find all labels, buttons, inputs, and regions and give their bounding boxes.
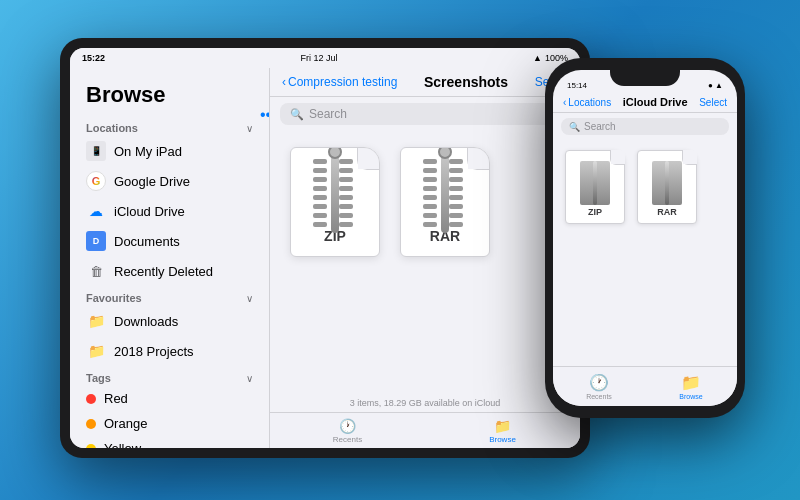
google-drive-label: Google Drive (114, 174, 190, 189)
back-button[interactable]: ‹ Compression testing (282, 75, 397, 89)
ipad-screen: 15:22 Fri 12 Jul ▲ 100% Browse ••• Locat… (70, 48, 580, 448)
rar-zipper-graphic (415, 153, 475, 233)
browse-tab-label: Browse (489, 435, 516, 444)
iphone-files-grid: ZIP RAR (553, 140, 737, 263)
sidebar-item-tag-orange[interactable]: Orange (70, 411, 269, 436)
iphone-search-bar[interactable]: 🔍 Search (561, 118, 729, 135)
docs-icon: D (86, 231, 106, 251)
iphone-search-icon: 🔍 (569, 122, 580, 132)
favourites-label: Favourites (86, 292, 142, 304)
red-label: Red (104, 391, 128, 406)
iphone-zip-paper: ZIP (565, 150, 625, 224)
tags-label: Tags (86, 372, 111, 384)
search-bar[interactable]: 🔍 Search (280, 103, 570, 125)
zip-file-icon: ZIP (290, 147, 380, 257)
google-drive-icon: G (86, 171, 106, 191)
iphone-rar-paper: RAR (637, 150, 697, 224)
iphone-rar-corner (682, 151, 696, 165)
yellow-label: Yellow (104, 441, 141, 448)
browse-icon: 📁 (494, 418, 511, 434)
tab-browse[interactable]: 📁 Browse (425, 413, 580, 448)
iphone-zip-file[interactable]: ZIP (565, 150, 625, 253)
iphone-nav-title: iCloud Drive (623, 96, 688, 108)
iphone-browse-icon: 📁 (681, 373, 701, 392)
ipad-date: Fri 12 Jul (301, 53, 338, 63)
ipad-time: 15:22 (82, 53, 105, 63)
rar-file-icon: RAR (400, 147, 490, 257)
zip-file-item[interactable]: ZIP (290, 147, 380, 378)
sidebar-item-google-drive[interactable]: G Google Drive (70, 166, 269, 196)
iphone-select-button[interactable]: Select (699, 97, 727, 108)
ipad-tab-bar: 🕐 Recents 📁 Browse (270, 412, 580, 448)
iphone-tab-recents[interactable]: 🕐 Recents (553, 367, 645, 406)
iphone-back-button[interactable]: ‹ Locations (563, 97, 611, 108)
sidebar-title: Browse (70, 78, 269, 116)
orange-tag-icon (86, 419, 96, 429)
red-tag-icon (86, 394, 96, 404)
iphone-search-placeholder: Search (584, 121, 616, 132)
sidebar-item-2018-projects[interactable]: 📁 2018 Projects (70, 336, 269, 366)
tab-recents[interactable]: 🕐 Recents (270, 413, 425, 448)
sidebar: Browse ••• Locations ∨ 📱 On My iPad G Go… (70, 68, 270, 448)
back-label: Compression testing (288, 75, 397, 89)
iphone-tab-browse[interactable]: 📁 Browse (645, 367, 737, 406)
sidebar-item-tag-yellow[interactable]: Yellow (70, 436, 269, 448)
files-grid: ZIP (270, 131, 580, 394)
rar-file-item[interactable]: RAR (400, 147, 490, 378)
sidebar-item-downloads[interactable]: 📁 Downloads (70, 306, 269, 336)
back-chevron-icon: ‹ (282, 75, 286, 89)
trash-icon: 🗑 (86, 261, 106, 281)
locations-label: Locations (86, 122, 138, 134)
sidebar-item-on-my-ipad[interactable]: 📱 On My iPad (70, 136, 269, 166)
ipad-main-content: Browse ••• Locations ∨ 📱 On My iPad G Go… (70, 68, 580, 448)
iphone-device: 15:14 ● ▲ ‹ Locations iCloud Drive Selec… (545, 58, 745, 418)
iphone-back-chevron-icon: ‹ (563, 97, 566, 108)
tags-chevron-icon: ∨ (246, 373, 253, 384)
zip-paper: ZIP (290, 147, 380, 257)
iphone-screen: 15:14 ● ▲ ‹ Locations iCloud Drive Selec… (553, 70, 737, 406)
iphone-tab-bar: 🕐 Recents 📁 Browse (553, 366, 737, 406)
iphone-zip-corner (610, 151, 624, 165)
iphone-notch (610, 70, 680, 86)
iphone-recents-label: Recents (586, 393, 612, 400)
icloud-icon: ☁ (86, 201, 106, 221)
iphone-browse-label: Browse (679, 393, 702, 400)
sidebar-item-recently-deleted[interactable]: 🗑 Recently Deleted (70, 256, 269, 286)
downloads-label: Downloads (114, 314, 178, 329)
sidebar-item-tag-red[interactable]: Red (70, 386, 269, 411)
icloud-status-text: 3 items, 18.29 GB available on iCloud (270, 394, 580, 412)
iphone-rar-file[interactable]: RAR (637, 150, 697, 253)
recents-tab-label: Recents (333, 435, 362, 444)
iphone-recents-icon: 🕐 (589, 373, 609, 392)
projects-label: 2018 Projects (114, 344, 194, 359)
main-nav-bar: ‹ Compression testing Screenshots Select (270, 68, 580, 97)
search-placeholder: Search (309, 107, 347, 121)
iphone-zip-label: ZIP (588, 207, 602, 217)
main-nav-title: Screenshots (424, 74, 508, 90)
iphone-zip-graphic (580, 161, 610, 205)
iphone-battery-icon: ● ▲ (708, 81, 723, 90)
locations-chevron-icon: ∨ (246, 123, 253, 134)
downloads-folder-icon: 📁 (86, 311, 106, 331)
iphone-rar-graphic (652, 161, 682, 205)
iphone-back-label: Locations (568, 97, 611, 108)
favourites-chevron-icon: ∨ (246, 293, 253, 304)
iphone-nav-bar: ‹ Locations iCloud Drive Select (553, 92, 737, 113)
ipad-status-bar: 15:22 Fri 12 Jul ▲ 100% (70, 48, 580, 68)
documents-label: Documents (114, 234, 180, 249)
on-my-ipad-label: On My iPad (114, 144, 182, 159)
icloud-drive-label: iCloud Drive (114, 204, 185, 219)
ipad-icon: 📱 (86, 141, 106, 161)
sidebar-item-icloud-drive[interactable]: ☁ iCloud Drive (70, 196, 269, 226)
wifi-icon: ▲ (533, 53, 542, 63)
recents-icon: 🕐 (339, 418, 356, 434)
sidebar-item-documents[interactable]: D Documents (70, 226, 269, 256)
iphone-time: 15:14 (567, 81, 587, 90)
iphone-rar-label: RAR (657, 207, 677, 217)
ipad-device: 15:22 Fri 12 Jul ▲ 100% Browse ••• Locat… (60, 38, 590, 458)
recently-deleted-label: Recently Deleted (114, 264, 213, 279)
locations-section-header: Locations ∨ (70, 116, 269, 136)
zip-zipper-graphic (305, 153, 365, 233)
projects-folder-icon: 📁 (86, 341, 106, 361)
more-options-button[interactable]: ••• (260, 106, 270, 124)
